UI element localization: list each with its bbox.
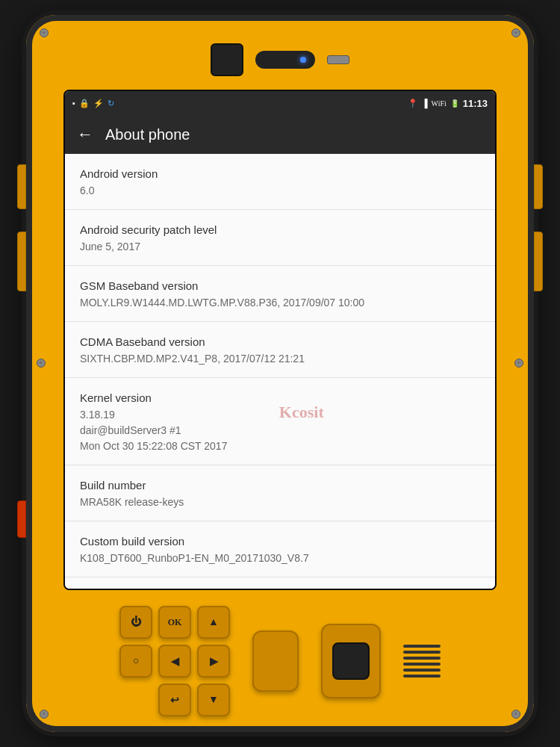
location-icon: 📍 — [408, 99, 418, 108]
about-phone-content: Android version 6.0 Android security pat… — [65, 154, 495, 589]
back-button[interactable]: ← — [77, 125, 93, 144]
signal-icon: ▐ — [422, 99, 428, 108]
cdma-baseband-label: CDMA Baseband version — [80, 335, 480, 348]
security-patch-label: Android security patch level — [80, 223, 480, 236]
build-number-section: Build number MRA58K release-keys — [65, 465, 495, 521]
fingerprint-sensor-area — [321, 624, 381, 698]
dpad-up-button[interactable]: ▲ — [197, 606, 230, 639]
status-time: 11:13 — [463, 98, 488, 109]
notification-icon: ▪ — [72, 99, 75, 108]
cdma-baseband-value: SIXTH.CBP.MD.MP2.V41_P8, 2017/07/12 21:2… — [80, 351, 480, 367]
earpiece-speaker — [255, 51, 315, 69]
status-right-icons: 📍 ▐ WiFi 🔋 11:13 — [408, 98, 488, 109]
kernel-version-section: Kernel version 3.18.19 dair@buildServer3… — [65, 378, 495, 465]
toolbar: ← About phone — [65, 115, 495, 154]
build-number-label: Build number — [80, 479, 480, 492]
side-button-left-red[interactable] — [17, 500, 26, 538]
toolbar-title: About phone — [105, 126, 190, 143]
android-version-label: Android version — [80, 167, 480, 180]
dpad-left-button[interactable]: ◀ — [158, 645, 191, 678]
wifi-icon: WiFi — [432, 99, 447, 108]
gsm-baseband-section: GSM Baseband version MOLY.LR9.W1444.MD.L… — [65, 266, 495, 322]
sim-slot — [327, 55, 349, 64]
side-button-right-mid[interactable] — [534, 232, 543, 291]
side-button-left-top[interactable] — [17, 164, 26, 209]
screw-ml — [37, 359, 46, 368]
battery-icon: 🔋 — [450, 99, 459, 108]
grill-line-4 — [403, 663, 441, 666]
android-version-section: Android version 6.0 — [65, 154, 495, 210]
ptt-button[interactable] — [252, 630, 299, 692]
cdma-baseband-section: CDMA Baseband version SIXTH.CBP.MD.MP2.V… — [65, 322, 495, 378]
kernel-version-label: Kernel version — [80, 391, 480, 404]
bottom-button-area: ⏻ OK ▲ ○ ◀ ▶ ↩ ▼ — [26, 590, 534, 732]
enter-button[interactable]: ↩ — [158, 684, 191, 716]
grill-line-2 — [403, 651, 441, 654]
gsm-baseband-label: GSM Baseband version — [80, 279, 480, 292]
status-bar: ▪ 🔒 ⚡ ↻ 📍 ▐ WiFi 🔋 11:13 — [65, 91, 495, 115]
android-version-value: 6.0 — [80, 183, 480, 199]
lock-icon: 🔒 — [79, 99, 90, 108]
security-patch-value: June 5, 2017 — [80, 239, 480, 255]
grill-line-3 — [403, 657, 441, 660]
ok-button[interactable]: OK — [158, 606, 191, 639]
grill-line-1 — [403, 645, 441, 648]
screen: ▪ 🔒 ⚡ ↻ 📍 ▐ WiFi 🔋 11:13 ← — [65, 91, 495, 589]
grill-line-6 — [403, 675, 441, 678]
custom-build-section: Custom build version K108_DT600_RunboP1-… — [65, 521, 495, 577]
custom-build-value: K108_DT600_RunboP1-EN_M0_20171030_V8.7 — [80, 551, 480, 566]
led-indicator — [300, 57, 306, 63]
screw-mr — [514, 359, 523, 368]
gsm-baseband-value: MOLY.LR9.W1444.MD.LWTG.MP.V88.P36, 2017/… — [80, 295, 480, 311]
side-button-left-mid[interactable] — [17, 232, 26, 291]
dpad-down-button[interactable]: ▼ — [197, 684, 230, 716]
kernel-version-value: 3.18.19 dair@buildServer3 #1 Mon Oct 30 … — [80, 407, 480, 454]
side-button-right-top[interactable] — [534, 164, 543, 209]
screen-bezel: ▪ 🔒 ⚡ ↻ 📍 ▐ WiFi 🔋 11:13 ← — [63, 90, 497, 590]
build-number-value: MRA58K release-keys — [80, 495, 480, 510]
custom-build-label: Custom build version — [80, 535, 480, 548]
top-camera-area — [211, 43, 349, 76]
speaker-grill — [403, 639, 441, 684]
fingerprint-scanner[interactable] — [332, 642, 370, 680]
battery-save-icon: ⚡ — [93, 99, 104, 108]
device-body: ▪ 🔒 ⚡ ↻ 📍 ▐ WiFi 🔋 11:13 ← — [26, 15, 534, 732]
dpad-right-button[interactable]: ▶ — [197, 645, 230, 678]
grill-line-5 — [403, 669, 441, 672]
status-left-icons: ▪ 🔒 ⚡ ↻ — [72, 99, 114, 108]
back-nav-button[interactable]: ○ — [119, 645, 152, 678]
security-patch-section: Android security patch level June 5, 201… — [65, 210, 495, 266]
ota-icon: ↻ — [108, 99, 114, 108]
power-button[interactable]: ⏻ — [119, 606, 152, 639]
camera-sensor — [211, 43, 243, 76]
